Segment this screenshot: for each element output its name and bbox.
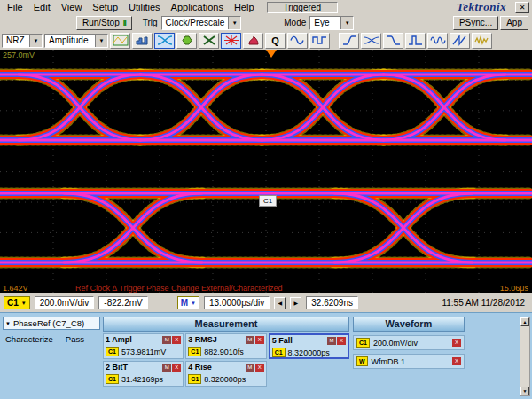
jitter-burst-icon[interactable] bbox=[221, 33, 241, 49]
display-mode-select[interactable]: Eye ▼ bbox=[309, 16, 354, 30]
eye-wave-icon[interactable] bbox=[361, 33, 381, 49]
measurement-label: 5 Fall bbox=[272, 336, 293, 345]
trigger-source-select[interactable]: Clock/Prescale ▼ bbox=[161, 16, 242, 30]
minimize-icon[interactable]: M bbox=[246, 336, 254, 344]
measurement-label: 3 RMSJ bbox=[188, 335, 217, 344]
annotation-center: Ref Clock ∆ Trigger Phase Change Externa… bbox=[75, 284, 283, 293]
characterize-tab[interactable]: Characterize bbox=[5, 334, 53, 344]
display-mode-value: Eye bbox=[310, 17, 340, 29]
trigger-status-indicator: Triggered bbox=[267, 2, 338, 13]
scroll-up-icon[interactable]: ▲ bbox=[520, 317, 529, 326]
measurement-label: 4 Rise bbox=[188, 363, 212, 372]
grid-mask-icon[interactable] bbox=[110, 33, 130, 49]
source-tag: W bbox=[356, 356, 368, 366]
close-icon[interactable]: X bbox=[255, 336, 264, 344]
measurement-panel: ▼ PhaseRef (C7_C8) Characterize Pass Mea… bbox=[0, 312, 532, 399]
run-stop-button[interactable]: Run/Stop II bbox=[76, 16, 132, 30]
measurement-header: Measurement bbox=[103, 317, 349, 332]
scale-control-row: C1 ▼ 200.0mV/div -822.2mV M ▼ 13.0000ps/… bbox=[0, 293, 532, 312]
measurement-cell[interactable]: 3 RMSJ M X C1 882.9010fs bbox=[185, 333, 266, 359]
source-label: PhaseRef (C7_C8) bbox=[13, 318, 84, 328]
scroll-down-icon[interactable]: ▼ bbox=[520, 387, 529, 395]
close-icon[interactable]: X bbox=[452, 339, 461, 347]
trigger-position-marker[interactable] bbox=[266, 50, 277, 58]
panel-scrollbar[interactable]: ▲ ▼ bbox=[520, 317, 530, 396]
dual-sine-icon[interactable] bbox=[427, 33, 448, 49]
source-column: ▼ PhaseRef (C7_C8) Characterize Pass bbox=[3, 317, 100, 344]
close-icon[interactable]: ✕ bbox=[515, 2, 529, 13]
histogram-icon[interactable] bbox=[132, 33, 153, 49]
channel-cursor-label[interactable]: C1 bbox=[259, 195, 277, 207]
measurement-cell[interactable]: 4 Rise M X C1 8.320000ps bbox=[185, 361, 266, 387]
waveform-item[interactable]: W WfmDB 1 X bbox=[353, 354, 465, 369]
measurement-label: 1 Ampl bbox=[106, 335, 132, 344]
rise-wave-icon[interactable] bbox=[339, 33, 359, 49]
position-left-button[interactable]: ◀ bbox=[274, 297, 286, 309]
close-icon[interactable]: X bbox=[452, 357, 461, 365]
run-icon: II bbox=[123, 19, 126, 27]
channel-label: C1 bbox=[7, 298, 19, 308]
ramp-wave-icon[interactable] bbox=[450, 33, 470, 49]
trig-label: Trig bbox=[139, 18, 161, 27]
sine-wave-icon[interactable] bbox=[287, 33, 308, 49]
horizontal-scale-readout[interactable]: 13.0000ps/div bbox=[204, 296, 270, 309]
app-button[interactable]: App bbox=[500, 16, 528, 30]
noise-wave-icon[interactable] bbox=[472, 33, 492, 49]
measurement-cell[interactable]: 2 BitT M X C1 31.42169ps bbox=[103, 361, 184, 387]
position-right-button[interactable]: ▶ bbox=[290, 297, 301, 309]
source-tag: C1 bbox=[188, 374, 201, 384]
minimize-icon[interactable]: M bbox=[327, 337, 336, 345]
close-icon[interactable]: X bbox=[172, 364, 181, 372]
menu-applications[interactable]: Applications bbox=[166, 1, 229, 13]
mask-test-icon[interactable] bbox=[176, 33, 197, 49]
vertical-offset-readout[interactable]: -822.2mV bbox=[98, 296, 147, 309]
vertical-scale-readout[interactable]: 200.0mV/div bbox=[35, 296, 95, 309]
close-icon[interactable]: X bbox=[255, 364, 264, 372]
q-factor-icon[interactable]: Q bbox=[265, 33, 286, 49]
vertical-readout: 257.0mV bbox=[3, 51, 35, 59]
minimize-icon[interactable]: M bbox=[246, 364, 254, 372]
channel-select[interactable]: C1 ▼ bbox=[4, 296, 30, 309]
menu-utilities[interactable]: Utilities bbox=[123, 1, 165, 13]
waveform-item[interactable]: C1 200.0mV/div X bbox=[353, 335, 465, 350]
menu-file[interactable]: File bbox=[2, 1, 28, 13]
minimize-icon[interactable]: M bbox=[162, 336, 171, 344]
tektronix-logo: Tektronix bbox=[457, 0, 506, 14]
measurement-cell[interactable]: 5 Fall M X C1 8.320000ps bbox=[269, 333, 349, 359]
datetime-display: 11:55 AM 11/28/2012 bbox=[442, 298, 528, 308]
measurement-cell[interactable]: 1 Ampl M X C1 573.9811mV bbox=[103, 333, 184, 359]
parameter-select[interactable]: Amplitude ▼ bbox=[44, 34, 108, 48]
waveform-section: Waveform C1 200.0mV/div X W WfmDB 1 X bbox=[353, 317, 465, 369]
psync-button[interactable]: PSync... bbox=[453, 16, 498, 30]
close-icon[interactable]: X bbox=[172, 336, 181, 344]
measurement-toolbar: NRZ ▼ Amplitude ▼ Q bbox=[0, 31, 532, 50]
eye-measure-icon[interactable] bbox=[154, 33, 175, 49]
flame-icon[interactable] bbox=[243, 33, 263, 49]
waveform-display: 257.0mV C1 1.642V Ref Clock ∆ Trigger Ph… bbox=[0, 50, 532, 293]
waveform-header: Waveform bbox=[353, 317, 465, 332]
pulse-wave-icon[interactable] bbox=[405, 33, 426, 49]
measurement-value: 882.9010fs bbox=[204, 348, 244, 356]
acquisition-toolbar: Run/Stop II Trig Clock/Prescale ▼ Mode E… bbox=[0, 14, 532, 31]
chevron-down-icon: ▼ bbox=[29, 35, 42, 47]
chevron-down-icon: ▼ bbox=[95, 35, 107, 47]
eye-diagram-canvas bbox=[0, 50, 532, 293]
pass-status: Pass bbox=[66, 334, 84, 344]
menu-help[interactable]: Help bbox=[229, 1, 260, 13]
fall-wave-icon[interactable] bbox=[383, 33, 403, 49]
menu-bar: File Edit View Setup Utilities Applicati… bbox=[0, 0, 532, 14]
menu-view[interactable]: View bbox=[56, 1, 88, 13]
x-marker-icon[interactable] bbox=[199, 33, 219, 49]
chevron-down-icon: ▼ bbox=[340, 17, 353, 29]
menu-edit[interactable]: Edit bbox=[28, 1, 56, 13]
horizontal-position-readout[interactable]: 32.6209ns bbox=[306, 296, 358, 309]
measurement-source-select[interactable]: ▼ PhaseRef (C7_C8) bbox=[3, 317, 100, 330]
menu-setup[interactable]: Setup bbox=[87, 1, 123, 13]
signal-format-select[interactable]: NRZ ▼ bbox=[2, 34, 43, 48]
annotation-right: 15.06μs bbox=[500, 284, 528, 293]
source-tag: C1 bbox=[106, 347, 119, 356]
timebase-select[interactable]: M ▼ bbox=[177, 296, 200, 309]
close-icon[interactable]: X bbox=[337, 337, 346, 345]
minimize-icon[interactable]: M bbox=[162, 364, 171, 372]
square-wave-icon[interactable] bbox=[309, 33, 330, 49]
